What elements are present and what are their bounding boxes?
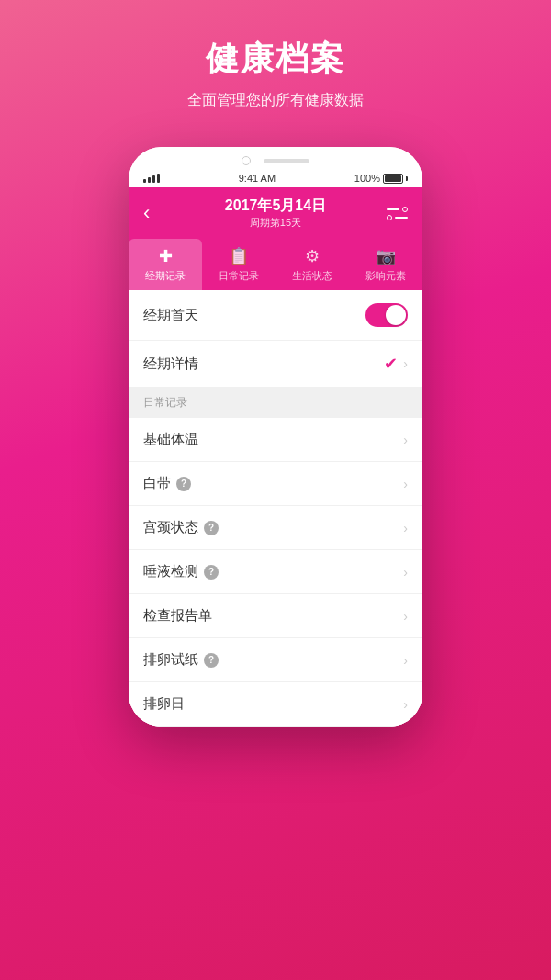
- settings-button[interactable]: [380, 207, 408, 220]
- row-ovulation-test[interactable]: 排卵试纸 ? ›: [129, 638, 422, 682]
- row-basal-temp[interactable]: 基础体温 ›: [129, 418, 422, 462]
- battery-percent: 100%: [354, 173, 380, 184]
- tab-influence[interactable]: 📷 影响元素: [349, 239, 422, 290]
- toggle-knob: [386, 305, 406, 325]
- page-title: 健康档案: [187, 37, 364, 82]
- row-right: ✔ ›: [384, 354, 408, 374]
- tab-daily-record[interactable]: 📋 日常记录: [202, 239, 276, 290]
- help-icon[interactable]: ?: [204, 653, 219, 668]
- nav-date: 2017年5月14日 周期第15天: [225, 197, 326, 230]
- chevron-icon: ›: [403, 609, 408, 624]
- help-icon[interactable]: ?: [204, 565, 219, 580]
- row-cervix-state[interactable]: 宫颈状态 ? ›: [129, 506, 422, 550]
- row-label: 检查报告单: [143, 607, 212, 625]
- tab-icon-daily: 📋: [229, 246, 249, 266]
- row-ovulation-day[interactable]: 排卵日 ›: [129, 682, 422, 727]
- phone-camera: [242, 156, 251, 165]
- section-header-daily: 日常记录: [129, 388, 422, 418]
- tab-lifestyle[interactable]: ⚙ 生活状态: [276, 239, 349, 290]
- row-period-detail[interactable]: 经期详情 ✔ ›: [129, 341, 422, 388]
- row-label: 排卵试纸 ?: [143, 651, 219, 669]
- date-cycle: 周期第15天: [225, 216, 326, 230]
- row-check-report[interactable]: 检查报告单 ›: [129, 594, 422, 638]
- chevron-icon: ›: [403, 653, 408, 668]
- tab-label-influence: 影响元素: [365, 269, 406, 283]
- chevron-icon: ›: [403, 521, 408, 535]
- status-time: 9:41 AM: [239, 173, 276, 184]
- tab-icon-influence: 📷: [376, 246, 396, 266]
- chevron-icon: ›: [403, 565, 408, 580]
- phone-speaker: [264, 159, 309, 163]
- row-label: 宫颈状态 ?: [143, 519, 219, 536]
- row-vaginal-discharge[interactable]: 白带 ? ›: [129, 462, 422, 506]
- check-icon: ✔: [384, 354, 398, 374]
- help-icon[interactable]: ?: [204, 521, 219, 535]
- date-main: 2017年5月14日: [225, 197, 326, 216]
- tab-label-daily: 日常记录: [219, 269, 259, 283]
- back-button[interactable]: ‹: [143, 201, 171, 225]
- row-label: 基础体温: [143, 431, 198, 448]
- row-label: 唾液检测 ?: [143, 563, 219, 580]
- tab-label-lifestyle: 生活状态: [292, 269, 332, 283]
- app-header: ‹ 2017年5月14日 周期第15天: [129, 187, 422, 239]
- toggle-period-first-day[interactable]: [365, 303, 408, 327]
- row-label-period-detail: 经期详情: [143, 355, 198, 373]
- app-nav: ‹ 2017年5月14日 周期第15天: [143, 197, 408, 230]
- chevron-icon: ›: [403, 697, 408, 712]
- row-saliva-test[interactable]: 唾液检测 ? ›: [129, 550, 422, 594]
- phone-frame: 9:41 AM 100% ‹ 2017年5月14日 周期第15天: [129, 147, 422, 727]
- row-label: 排卵日: [143, 695, 185, 713]
- settings-icon: [387, 207, 408, 220]
- signal-icon: [143, 174, 160, 183]
- row-period-first-day[interactable]: 经期首天: [129, 290, 422, 341]
- tab-icon-period: ✚: [159, 246, 173, 266]
- page-subtitle: 全面管理您的所有健康数据: [187, 91, 364, 110]
- help-icon[interactable]: ?: [176, 477, 191, 491]
- phone-top: [129, 147, 422, 171]
- page-header: 健康档案 全面管理您的所有健康数据: [169, 0, 382, 138]
- chevron-icon: ›: [403, 433, 408, 447]
- tabs: ✚ 经期记录 📋 日常记录 ⚙ 生活状态 📷 影响元素: [129, 239, 422, 290]
- tab-period-record[interactable]: ✚ 经期记录: [129, 239, 202, 290]
- chevron-icon: ›: [403, 356, 408, 371]
- row-label: 经期首天: [143, 307, 198, 324]
- status-bar: 9:41 AM 100%: [129, 171, 422, 187]
- content-area: 经期首天 经期详情 ✔ › 日常记录 基础体温 › 白带 ? ›: [129, 290, 422, 727]
- row-label: 白带 ?: [143, 475, 191, 492]
- tab-label-period: 经期记录: [145, 269, 186, 283]
- tab-icon-lifestyle: ⚙: [305, 246, 320, 266]
- battery-icon: 100%: [354, 173, 408, 184]
- chevron-icon: ›: [403, 477, 408, 491]
